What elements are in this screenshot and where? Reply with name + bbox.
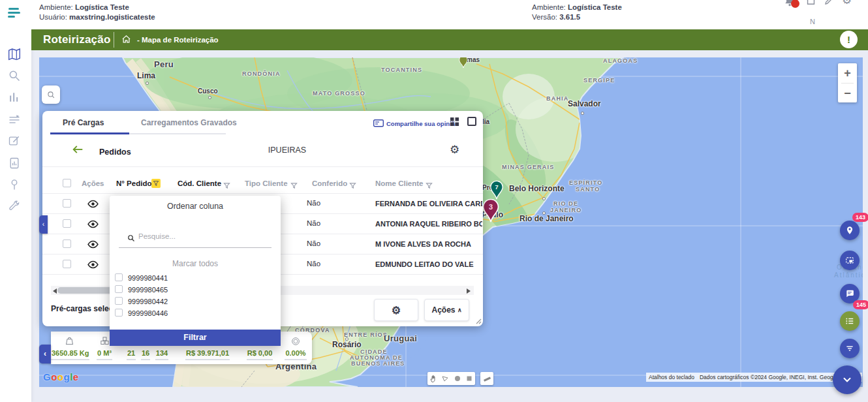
tab-carregamentos-gravados[interactable]: Carregamentos Gravados — [141, 118, 237, 127]
fab-filter-button[interactable] — [840, 339, 860, 358]
select-all-label[interactable]: Marcar todos — [110, 259, 281, 268]
google-logo[interactable]: Google — [43, 371, 79, 382]
cell-nome: M IVONE ALVES DA ROCHA — [375, 240, 482, 248]
filter-funnel[interactable] — [290, 180, 298, 188]
row-checkbox[interactable] — [63, 219, 71, 228]
filter-option[interactable]: 9999980446 — [128, 309, 168, 317]
col-tipo-cliente[interactable]: Tipo Cliente — [245, 179, 288, 187]
filtrar-button[interactable]: Filtrar — [110, 330, 281, 346]
cell-conferido: Não — [307, 240, 320, 247]
view-icon[interactable] — [87, 220, 99, 228]
stats-collapse-tab[interactable]: ‹ — [39, 345, 51, 363]
option-checkbox[interactable] — [115, 309, 123, 317]
row-checkbox[interactable] — [63, 260, 71, 268]
home-icon[interactable] — [805, 0, 816, 6]
filter-funnel[interactable] — [426, 180, 433, 188]
col-cod-cliente[interactable]: Cód. Cliente — [178, 179, 221, 187]
sidebar-item-pin[interactable] — [8, 178, 21, 191]
pedidos-title: Pedidos — [99, 147, 131, 157]
alert-button[interactable]: ! — [840, 31, 858, 48]
rectangle-tool-icon[interactable] — [465, 375, 473, 382]
notification-badge — [791, 0, 799, 8]
expand-icon[interactable] — [467, 117, 476, 126]
stat-weight: 3650.85 Kg — [51, 333, 87, 358]
cell-nome: EDMUNDO LEITAO DO VALE — [375, 260, 482, 268]
cell-nome: FERNANDA DE OLIVEIRA CARDO — [375, 200, 482, 208]
tab-pre-cargas[interactable]: Pré Cargas — [63, 118, 104, 127]
map-search-button[interactable] — [42, 85, 60, 104]
gear-icon[interactable]: ⚙ — [842, 0, 852, 7]
active-tab-indicator — [50, 132, 129, 134]
keyboard-shortcuts-link[interactable]: Atalhos do teclado — [646, 373, 697, 382]
view-icon[interactable] — [87, 200, 99, 208]
grid-view-icon[interactable] — [450, 117, 459, 126]
filter-option[interactable]: 9999980465 — [128, 286, 168, 294]
map-pin-teal[interactable]: 7 — [491, 181, 503, 199]
filter-option[interactable]: 9999980442 — [128, 298, 168, 305]
svg-text:7: 7 — [495, 184, 498, 191]
share-opinion-link[interactable]: Compartilhe sua opinião — [386, 120, 459, 127]
acoes-button[interactable]: Ações ∧ — [424, 299, 469, 321]
scroll-left-arrow[interactable] — [53, 288, 57, 294]
col-nome-cliente[interactable]: Nome Cliente — [375, 179, 424, 187]
home-icon[interactable] — [121, 35, 131, 44]
sidebar-item-edit[interactable] — [8, 134, 21, 147]
zoom-out-button[interactable]: − — [838, 84, 857, 103]
list-icon — [845, 317, 854, 326]
filter-option[interactable]: 9999980441 — [128, 274, 168, 282]
search-underline — [119, 247, 271, 248]
row-checkbox[interactable] — [63, 240, 71, 248]
scroll-right-arrow[interactable] — [467, 288, 471, 294]
fab-collapse-button[interactable] — [833, 365, 861, 394]
cell-conferido: Não — [307, 199, 320, 207]
map-attribution: Atalhos do teclado Dados cartográficos ©… — [646, 373, 862, 382]
table-settings-icon[interactable]: ⚙ — [450, 143, 459, 157]
view-icon[interactable] — [87, 260, 99, 269]
option-checkbox[interactable] — [115, 273, 123, 281]
panel-collapse-tab[interactable]: ‹ — [39, 215, 48, 234]
back-button[interactable] — [72, 145, 84, 154]
circle-tool-icon[interactable] — [454, 375, 461, 382]
option-checkbox[interactable] — [115, 297, 123, 305]
city-title: IPUEIRAS — [241, 146, 333, 155]
weight-icon — [64, 335, 75, 347]
cell-conferido: Não — [307, 260, 320, 268]
view-icon[interactable] — [87, 240, 99, 249]
sidebar-item-chart[interactable] — [8, 91, 21, 104]
sidebar-item-map[interactable] — [8, 48, 21, 61]
map-pin-small[interactable] — [459, 57, 467, 68]
usuario: Usuário: maxstring.logisticateste — [39, 13, 155, 21]
pencil-icon[interactable] — [824, 0, 835, 5]
svg-text:3: 3 — [489, 203, 493, 211]
module-header: Roteirização - Mapa de Roteirização ! — [31, 29, 868, 50]
filter-search-input[interactable] — [138, 232, 269, 240]
sidebar-item-report[interactable] — [8, 157, 21, 170]
fab-area-button[interactable] — [840, 251, 860, 270]
row-checkbox[interactable] — [63, 199, 71, 208]
sidebar-item-search[interactable] — [8, 69, 21, 82]
app-window: Peru Lima Cusco RONDÔNIA MATO GROSSO TOC… — [0, 0, 868, 402]
sidebar-item-tools[interactable] — [8, 200, 21, 213]
pan-hand-icon[interactable] — [429, 375, 437, 383]
resize-handle[interactable] — [476, 318, 482, 324]
col-pedido[interactable]: N° Pedido — [116, 179, 151, 187]
option-checkbox[interactable] — [115, 285, 123, 293]
sidebar-item-routes[interactable] — [8, 113, 21, 126]
zoom-in-button[interactable]: + — [838, 63, 857, 83]
chevron-down-icon — [841, 374, 853, 386]
map-pin-maroon[interactable]: 3 — [484, 200, 499, 223]
ruler-icon — [483, 375, 491, 383]
select-all-checkbox[interactable] — [63, 179, 71, 187]
col-conferido[interactable]: Conferido — [312, 179, 347, 187]
cubes-icon — [99, 335, 110, 347]
fab-location-button[interactable] — [840, 221, 860, 240]
ruler-tool[interactable] — [480, 372, 493, 385]
settings-button[interactable]: ⚙ — [374, 299, 418, 321]
cell-conferido: Não — [307, 219, 320, 227]
filter-funnel[interactable] — [349, 180, 357, 188]
filter-funnel[interactable] — [223, 180, 231, 188]
fab-list-button[interactable] — [840, 311, 860, 331]
polygon-tool-icon[interactable] — [441, 375, 449, 382]
crop-icon — [845, 256, 854, 265]
filter-funnel-active[interactable] — [151, 179, 161, 188]
